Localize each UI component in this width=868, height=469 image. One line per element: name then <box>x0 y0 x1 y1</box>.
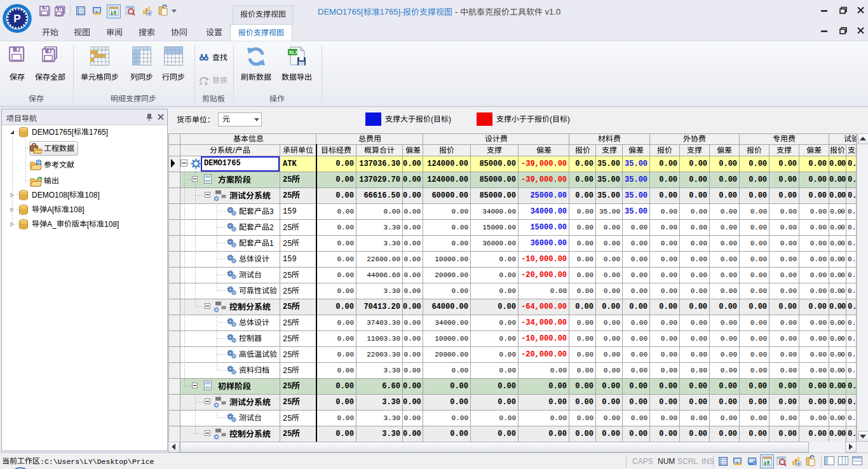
svg-text:B: B <box>205 81 208 86</box>
svg-text:XLS: XLS <box>289 50 299 55</box>
svg-text:P: P <box>13 13 20 25</box>
svg-text:A: A <box>200 81 203 86</box>
